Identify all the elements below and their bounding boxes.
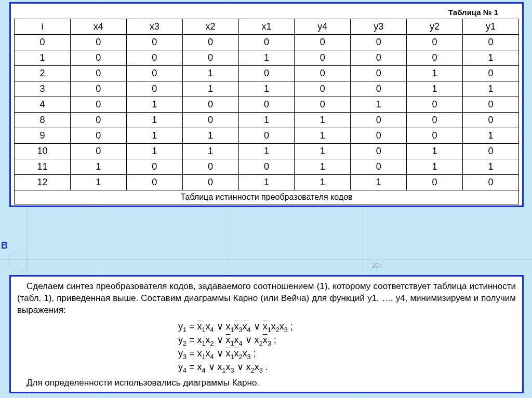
cell: 1 [351,97,407,113]
table-row: 1110001011 [15,159,519,175]
cell: 1 [238,50,295,66]
cell: 1 [463,128,519,144]
cell: 1 [126,128,182,144]
cell: 0 [238,66,295,81]
cell: 0 [182,113,238,128]
cell: 1 [70,159,126,175]
cell: 9 [15,128,71,144]
cell: 0 [182,159,238,175]
cell: 1 [295,159,351,175]
cell: 0 [295,50,351,66]
truth-table: ix4x3x2x1y4y3y2y1 0000000001000100012001… [14,19,519,190]
cell: 0 [407,175,463,190]
cell: 0 [126,35,182,50]
table-row: 100010001 [15,50,519,66]
cell: 0 [126,66,182,81]
cell: 1 [126,97,182,113]
cell: 0 [463,35,519,50]
cell: 2 [15,66,71,81]
cell: 4 [15,97,71,113]
cell: 1 [407,159,463,175]
cell: 1 [238,144,295,159]
table-row: 300110011 [15,81,519,97]
cell: 0 [238,97,295,113]
cell: 0 [295,66,351,81]
cell: 0 [351,66,407,81]
cell: 1 [295,175,351,190]
cell: 0 [70,113,126,128]
table-row: 801011000 [15,113,519,128]
formula-y4: y4 = x4 ∨ x1x3 ∨ x2x3 . [178,361,355,375]
cell: 0 [126,175,182,190]
formula-block: y1 = x1x4 ∨ x1x3x4 ∨ x1x2x3 ; y2 = x1x2 … [178,321,355,375]
cell: 1 [407,81,463,97]
cell: 0 [238,159,295,175]
cell: 0 [463,66,519,81]
cell: 12 [15,175,71,190]
footer-line: Для определенности использовались диагра… [17,378,516,388]
cell: 1 [238,81,295,97]
cell: 1 [463,159,519,175]
cell: 1 [463,50,519,66]
synthesis-paragraph: Сделаем синтез преобразователя кодов, за… [17,281,516,317]
cell: 0 [238,35,295,50]
cell: 1 [295,113,351,128]
cell: 1 [295,128,351,144]
table-caption: Таблица истинности преобразователя кодов [14,190,519,204]
cell: 10 [15,144,71,159]
col-header: i [15,19,71,35]
cell: 0 [70,81,126,97]
cell: 0 [182,97,238,113]
cell: 1 [463,81,519,97]
col-header: x4 [70,19,126,35]
stray-letter: В [1,240,8,251]
cell: 1 [407,66,463,81]
cell: 0 [295,35,351,50]
cell: 3 [15,81,71,97]
cell: 1 [182,81,238,97]
table-row: 401000100 [15,97,519,113]
cell: 1 [182,144,238,159]
col-header: y4 [295,19,351,35]
cell: 0 [70,66,126,81]
cell: 0 [15,35,71,50]
cell: 1 [15,50,71,66]
cell: 0 [351,159,407,175]
cell: 0 [126,81,182,97]
cell: 0 [351,81,407,97]
cell: 1 [182,128,238,144]
cell: 1 [295,144,351,159]
cell: 0 [70,128,126,144]
cell: 0 [182,50,238,66]
col-header: y1 [463,19,519,35]
col-header: y2 [407,19,463,35]
cell: 1 [126,144,182,159]
cell: 1 [182,66,238,81]
col-header: x1 [238,19,295,35]
cell: 0 [407,97,463,113]
cell: 1 [126,113,182,128]
bg-label-10k: 10k [371,262,381,269]
table-label: Таблица № 1 [14,7,519,19]
cell: 0 [70,35,126,50]
cell: 0 [407,50,463,66]
table-row: 901101001 [15,128,519,144]
cell: 0 [126,159,182,175]
cell: 0 [295,97,351,113]
cell: 0 [351,113,407,128]
cell: 0 [126,50,182,66]
truth-table-box: Таблица № 1 ix4x3x2x1y4y3y2y1 0000000001… [9,2,524,207]
cell: 0 [70,144,126,159]
cell: 0 [238,128,295,144]
table-row: 1001111010 [15,144,519,159]
cell: 1 [70,175,126,190]
cell: 0 [351,50,407,66]
cell: 1 [407,144,463,159]
cell: 0 [70,97,126,113]
cell: 0 [407,35,463,50]
table-row: 000000000 [15,35,519,50]
col-header: x3 [126,19,182,35]
cell: 8 [15,113,71,128]
col-header: x2 [182,19,238,35]
cell: 0 [463,144,519,159]
